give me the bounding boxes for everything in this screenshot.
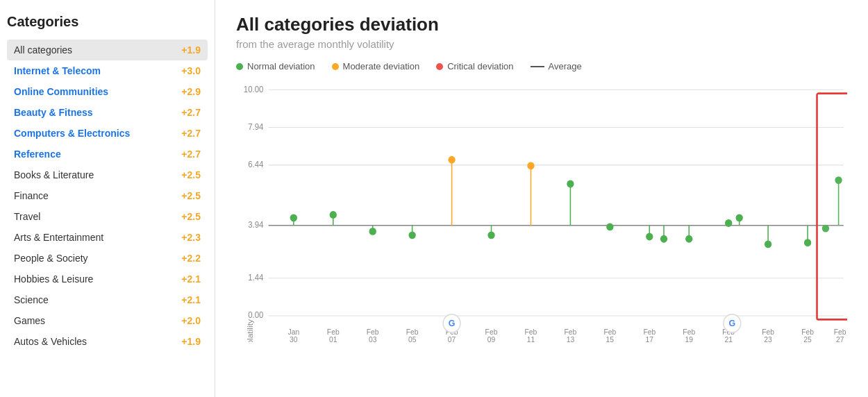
category-item-0[interactable]: All categories+1.9 xyxy=(7,40,208,60)
category-value-1: +3.0 xyxy=(181,65,201,76)
svg-text:01: 01 xyxy=(329,335,337,342)
svg-text:03: 03 xyxy=(369,335,377,342)
category-item-14[interactable]: Autos & Vehicles+1.9 xyxy=(7,331,208,352)
category-name-8: Travel xyxy=(14,211,40,222)
category-value-12: +2.1 xyxy=(181,294,201,305)
svg-text:Volatility: Volatility xyxy=(245,319,254,342)
svg-point-69 xyxy=(725,219,732,227)
category-value-14: +1.9 xyxy=(181,336,201,347)
svg-text:11: 11 xyxy=(527,335,535,342)
svg-point-67 xyxy=(685,235,692,243)
category-item-11[interactable]: Hobbies & Leisure+2.1 xyxy=(7,269,208,289)
category-item-3[interactable]: Beauty & Fitness+2.7 xyxy=(7,102,208,123)
chart-svg: 10.00 7.94 6.44 3.94 1.44 0.00 Volatilit… xyxy=(236,78,847,342)
category-item-1[interactable]: Internet & Telecom+3.0 xyxy=(7,60,208,81)
category-name-12: Science xyxy=(14,294,49,305)
svg-text:25: 25 xyxy=(803,335,812,342)
legend-average: Average xyxy=(531,61,582,71)
category-name-10: People & Society xyxy=(14,253,88,264)
svg-point-75 xyxy=(804,239,811,246)
category-name-9: Arts & Entertainment xyxy=(14,232,103,243)
svg-text:07: 07 xyxy=(448,335,456,342)
category-item-6[interactable]: Books & Literature+2.5 xyxy=(7,164,208,185)
svg-text:27: 27 xyxy=(836,335,844,342)
category-name-13: Games xyxy=(14,315,45,326)
svg-text:7.94: 7.94 xyxy=(248,122,264,131)
svg-point-59 xyxy=(567,180,574,188)
legend-critical: Critical deviation xyxy=(436,61,513,71)
svg-text:G: G xyxy=(729,318,736,328)
svg-point-57 xyxy=(527,162,534,170)
svg-point-55 xyxy=(487,231,494,239)
svg-text:13: 13 xyxy=(567,335,575,342)
svg-text:19: 19 xyxy=(685,335,693,342)
normal-dot-icon xyxy=(236,63,243,70)
legend-critical-label: Critical deviation xyxy=(447,61,513,71)
svg-point-45 xyxy=(290,214,297,221)
legend-normal: Normal deviation xyxy=(236,61,315,71)
svg-text:1.44: 1.44 xyxy=(248,273,264,282)
svg-point-65 xyxy=(660,235,667,243)
category-item-5[interactable]: Reference+2.7 xyxy=(7,144,208,164)
category-value-10: +2.2 xyxy=(181,253,201,264)
svg-text:30: 30 xyxy=(290,335,298,342)
svg-text:G: G xyxy=(449,318,456,328)
svg-text:05: 05 xyxy=(408,335,417,342)
chart-area: 10.00 7.94 6.44 3.94 1.44 0.00 Volatilit… xyxy=(236,78,847,342)
svg-point-63 xyxy=(646,233,653,241)
category-name-2: Online Communities xyxy=(14,86,108,97)
svg-point-51 xyxy=(408,231,415,239)
average-line-icon xyxy=(531,66,544,67)
svg-point-71 xyxy=(736,214,743,221)
sidebar: Categories All categories+1.9Internet & … xyxy=(0,0,215,397)
category-name-5: Reference xyxy=(14,149,61,160)
svg-text:10.00: 10.00 xyxy=(244,84,264,93)
category-name-3: Beauty & Fitness xyxy=(14,107,93,118)
svg-text:21: 21 xyxy=(724,335,733,342)
chart-title: All categories deviation xyxy=(236,14,847,35)
category-value-8: +2.5 xyxy=(181,211,201,222)
category-value-4: +2.7 xyxy=(181,128,201,139)
category-item-9[interactable]: Arts & Entertainment+2.3 xyxy=(7,227,208,248)
critical-dot-icon xyxy=(436,63,443,70)
category-name-11: Hobbies & Leisure xyxy=(14,273,93,285)
main-content: All categories deviation from the averag… xyxy=(215,0,868,397)
svg-point-61 xyxy=(606,223,613,230)
category-item-12[interactable]: Science+2.1 xyxy=(7,289,208,310)
category-list: All categories+1.9Internet & Telecom+3.0… xyxy=(7,40,208,352)
chart-subtitle: from the average monthly volatility xyxy=(236,38,847,50)
category-item-2[interactable]: Online Communities+2.9 xyxy=(7,81,208,102)
svg-text:0.00: 0.00 xyxy=(248,310,264,319)
svg-text:09: 09 xyxy=(487,335,496,342)
legend-moderate-label: Moderate deviation xyxy=(343,61,420,71)
legend-normal-label: Normal deviation xyxy=(247,61,315,71)
legend-average-label: Average xyxy=(549,61,582,71)
svg-text:3.94: 3.94 xyxy=(248,220,264,229)
category-name-14: Autos & Vehicles xyxy=(14,336,87,347)
chart-legend: Normal deviation Moderate deviation Crit… xyxy=(236,61,847,71)
category-value-7: +2.5 xyxy=(181,190,201,201)
category-item-4[interactable]: Computers & Electronics+2.7 xyxy=(7,123,208,144)
svg-point-73 xyxy=(765,240,771,248)
svg-point-53 xyxy=(448,156,455,164)
category-item-13[interactable]: Games+2.0 xyxy=(7,310,208,331)
category-value-2: +2.9 xyxy=(181,86,201,97)
category-name-6: Books & Literature xyxy=(14,169,94,180)
category-item-10[interactable]: People & Society+2.2 xyxy=(7,248,208,269)
category-name-0: All categories xyxy=(14,44,72,56)
svg-text:17: 17 xyxy=(646,335,654,342)
category-name-1: Internet & Telecom xyxy=(14,65,101,76)
category-value-11: +2.1 xyxy=(181,273,201,285)
sidebar-title: Categories xyxy=(7,14,208,30)
category-name-7: Finance xyxy=(14,190,49,201)
svg-point-47 xyxy=(330,211,337,219)
category-value-3: +2.7 xyxy=(181,107,201,118)
category-item-8[interactable]: Travel+2.5 xyxy=(7,206,208,227)
svg-text:6.44: 6.44 xyxy=(248,160,264,169)
category-value-6: +2.5 xyxy=(181,169,201,180)
svg-rect-80 xyxy=(817,94,847,320)
category-item-7[interactable]: Finance+2.5 xyxy=(7,185,208,206)
category-value-9: +2.3 xyxy=(181,232,201,243)
moderate-dot-icon xyxy=(332,63,339,70)
category-value-5: +2.7 xyxy=(181,149,201,160)
